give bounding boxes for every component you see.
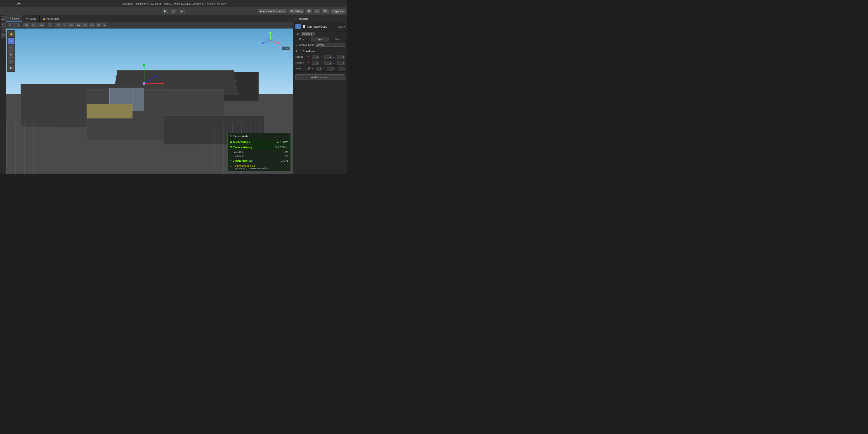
viewport-snap-btn[interactable]: ⊟ ▾ — [31, 23, 37, 27]
warning-title: No Lightmaps Found — [234, 165, 268, 167]
vitals-texture-label: ⊟ Texture Memory — [230, 146, 252, 149]
left-sidebar: ☰ ⊡ ↕ ⊞ — [0, 16, 6, 174]
test-scene-button[interactable]: ▶ ▶ Test Active Scene — [258, 9, 287, 13]
publishing-label: Publishing — [290, 10, 302, 13]
rotation-y-input[interactable]: 0 — [324, 61, 332, 65]
rotation-label: Rotation — [296, 61, 307, 64]
add-component-button[interactable]: Add Component — [296, 74, 345, 80]
tab-model[interactable]: Model — [293, 37, 311, 41]
sidebar-btn-3[interactable]: ↕ — [1, 27, 6, 32]
tool-scale[interactable]: ⊡ — [8, 51, 14, 58]
sidebar-btn-1[interactable]: ☰ — [1, 16, 6, 21]
search-button[interactable]: 🔍 — [322, 9, 329, 13]
viewport-gizmo-btn[interactable]: ⊞ — [96, 23, 101, 27]
layers-button[interactable]: Layers ▾ — [331, 9, 345, 14]
scale-z-label: Z — [335, 67, 338, 70]
viewport-overlay-btn[interactable]: ⊕ ▾ — [38, 23, 45, 27]
transform-dropdown-icon: ▾ — [27, 24, 28, 26]
vitals-materials-label: Materials — [234, 151, 243, 153]
viewport-shading-circle[interactable]: ○ — [48, 23, 52, 27]
position-z-label: Z — [333, 56, 336, 58]
warning-description: Lightmapping is recommended for — [234, 167, 268, 170]
vitals-title: Scene Vitals — [234, 135, 248, 137]
3d-viewport[interactable]: ✋ ✛ ↻ ⊡ ▭ ⊞ — [6, 29, 293, 174]
viewport-dropdown-btn[interactable]: ▾ — [8, 23, 12, 27]
tab-open[interactable]: Open — [311, 37, 329, 41]
viewport-hidden-btn[interactable]: 👁 — [83, 23, 88, 27]
undo-button[interactable]: ↩ — [314, 9, 320, 13]
tool-rect[interactable]: ▭ — [8, 58, 14, 64]
tool-move[interactable]: ✛ — [8, 38, 14, 44]
vitals-materials-value: 5mb — [284, 151, 288, 153]
gizmo-y-axis — [144, 66, 145, 84]
vitals-unique-materials-row: ● Unique Materials 17 / 75 — [228, 158, 290, 163]
orient-z-label: z — [261, 42, 262, 45]
rotation-z-label: Z — [333, 61, 336, 64]
viewport-effects-btn[interactable]: ⊞ ▾ — [75, 23, 82, 27]
viewport-2d-btn[interactable]: 2D — [55, 23, 61, 27]
vitals-unique-icon: ● — [230, 159, 231, 162]
stats-dropdown-icon: ▾ — [93, 24, 94, 26]
position-z-input[interactable]: 0 — [337, 55, 345, 59]
inspector-header: ℹ Inspector — [293, 16, 347, 22]
tag-dropdown[interactable]: Untagged ▾ — [301, 32, 314, 36]
viewport-transform-btn[interactable]: ⊞ ▾ — [23, 23, 30, 27]
tab-asset-store[interactable]: 🔒 Asset Store — [39, 16, 63, 22]
vitals-header: ⊞ Scene Vitals — [228, 133, 290, 139]
sidebar-btn-4[interactable]: ⊞ — [1, 33, 6, 37]
position-x-input[interactable]: 0 — [312, 55, 319, 59]
step-button[interactable]: ▶| — [178, 8, 186, 14]
object-name: AoreNagaokaUni... — [307, 25, 336, 28]
viewport-cube-btn[interactable]: ⬛ ▾ — [13, 23, 20, 27]
tab-scene[interactable]: # Scene — [6, 16, 22, 22]
tool-panel: ✋ ✛ ↻ ⊡ ▭ ⊞ — [7, 30, 16, 72]
tool-hand[interactable]: ✋ — [8, 31, 14, 37]
effective-layer-value[interactable]: Enviro... — [315, 43, 345, 46]
tab-game[interactable]: 🎮 Game — [22, 16, 39, 22]
publishing-button[interactable]: Publishing — [288, 9, 304, 13]
tab-select[interactable]: Select — [329, 37, 347, 41]
tag-row: Tag Untagged ▾ L — [293, 31, 347, 37]
vitals-texture-icon: ⊟ — [230, 146, 232, 149]
sidebar-btn-2[interactable]: ⊡ — [1, 22, 6, 27]
vitals-unique-value: 17 / 75 — [281, 160, 288, 162]
play-button[interactable] — [162, 9, 169, 14]
scale-y-label: Y — [323, 67, 326, 70]
rotation-z-input[interactable]: 0 — [337, 61, 345, 65]
viewport-audio-btn[interactable]: 🔊 — [68, 23, 74, 27]
tool-combined[interactable]: ⊞ — [8, 65, 14, 71]
scale-z-input[interactable]: 1 — [339, 67, 345, 70]
iso-label: ≡ Iso — [282, 46, 289, 50]
scale-row: Scale 🔗 X 1 Y 1 Z 1 — [293, 66, 347, 72]
scale-x-label: X — [312, 67, 315, 70]
tab-kebab-menu[interactable]: ⋮ — [287, 16, 293, 22]
gizmo-x-axis — [144, 83, 162, 84]
tool-rotate[interactable]: ↻ — [8, 44, 14, 51]
toolbar-right: ▶ ▶ Test Active Scene Publishing ⚙ ↩ 🔍 L… — [258, 9, 345, 14]
gear-button[interactable]: ⚙ — [306, 9, 312, 13]
main-layout: ☰ ⊡ ↕ ⊞ # Scene 🎮 Game 🔒 Asset Store ⋮ — [0, 16, 347, 174]
unity-icon: 🎮 — [17, 2, 21, 5]
pause-button[interactable] — [170, 9, 177, 14]
vp-sep-3 — [54, 23, 54, 27]
transform-section-header[interactable]: ▼ ✦ Transform — [293, 48, 347, 54]
object-checkbox[interactable]: ✓ — [303, 25, 305, 28]
viewport-stats-btn[interactable]: ⊡ ▾ — [89, 23, 95, 27]
viewport-area: # Scene 🎮 Game 🔒 Asset Store ⋮ ▾ ⬛ ▾ — [6, 16, 293, 174]
effects-dropdown-icon: ▾ — [79, 24, 80, 26]
rotation-x-input[interactable]: 0 — [312, 61, 319, 65]
vitals-mesh-label: ⊞ Mesh Vertices — [230, 141, 250, 143]
test-scene-play-icon: ▶ — [260, 10, 262, 13]
position-y-input[interactable]: 0 — [324, 55, 332, 59]
scale-y-input[interactable]: 1 — [327, 67, 333, 70]
vitals-texture-value: 5mb / 200mb — [275, 146, 288, 149]
viewport-light-btn[interactable]: ☀ — [62, 23, 67, 27]
viewport-expand-btn[interactable]: ▾ — [102, 23, 106, 27]
object-icon: 🎮 — [296, 24, 301, 29]
vitals-lightmaps-value: 0mb — [284, 155, 288, 157]
position-y-label: Y — [320, 56, 323, 58]
object-static-label: Static ▾ — [338, 26, 345, 28]
tag-value: Untagged — [302, 33, 312, 35]
vitals-grid-icon: ⊞ — [230, 134, 232, 138]
scale-x-input[interactable]: 1 — [316, 67, 322, 70]
